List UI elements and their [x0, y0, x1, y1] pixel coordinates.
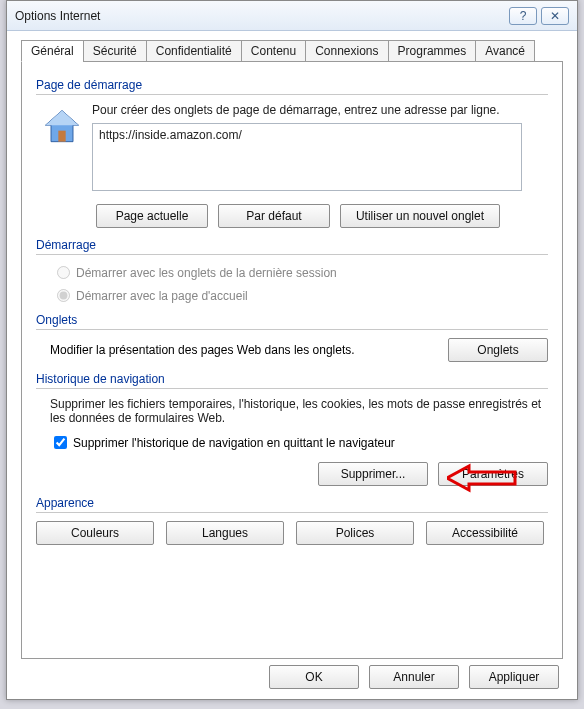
- tabs-settings-button[interactable]: Onglets: [448, 338, 548, 362]
- appearance-languages-button[interactable]: Langues: [166, 521, 284, 545]
- group-startup: Démarrage Démarrer avec les onglets de l…: [36, 238, 548, 303]
- group-history: Historique de navigation Supprimer les f…: [36, 372, 548, 486]
- homepage-url-input[interactable]: [92, 123, 522, 191]
- tabs-desc: Modifier la présentation des pages Web d…: [50, 343, 355, 357]
- history-settings-button[interactable]: Paramètres: [438, 462, 548, 486]
- help-button[interactable]: ?: [509, 7, 537, 25]
- group-startup-title: Démarrage: [36, 238, 548, 252]
- history-delete-button[interactable]: Supprimer...: [318, 462, 428, 486]
- svg-rect-1: [58, 131, 65, 142]
- appearance-fonts-button[interactable]: Polices: [296, 521, 414, 545]
- ok-button[interactable]: OK: [269, 665, 359, 689]
- homepage-desc: Pour créer des onglets de page de démarr…: [92, 103, 548, 117]
- tab-security[interactable]: Sécurité: [83, 40, 147, 62]
- tab-general[interactable]: Général: [21, 40, 84, 62]
- close-button[interactable]: ✕: [541, 7, 569, 25]
- appearance-colors-button[interactable]: Couleurs: [36, 521, 154, 545]
- history-desc: Supprimer les fichiers temporaires, l'hi…: [50, 397, 548, 425]
- window-title: Options Internet: [15, 9, 505, 23]
- startup-homepage-option[interactable]: Démarrer avec la page d'accueil: [52, 286, 548, 303]
- group-homepage-title: Page de démarrage: [36, 78, 548, 92]
- homepage-current-button[interactable]: Page actuelle: [96, 204, 208, 228]
- history-delete-on-exit-checkbox[interactable]: [54, 436, 67, 449]
- tab-content[interactable]: Contenu: [241, 40, 306, 62]
- dialog-window: Options Internet ? ✕ Général Sécurité Co…: [6, 0, 578, 700]
- group-appearance-title: Apparence: [36, 496, 548, 510]
- homepage-newtab-button[interactable]: Utiliser un nouvel onglet: [340, 204, 500, 228]
- startup-last-radio[interactable]: [57, 266, 70, 279]
- tab-panel-general: Page de démarrage Pour créer des onglets…: [21, 61, 563, 659]
- svg-marker-2: [46, 111, 79, 126]
- startup-home-radio[interactable]: [57, 289, 70, 302]
- cancel-button[interactable]: Annuler: [369, 665, 459, 689]
- apply-button[interactable]: Appliquer: [469, 665, 559, 689]
- tab-bar: Général Sécurité Confidentialité Contenu…: [21, 39, 577, 61]
- appearance-accessibility-button[interactable]: Accessibilité: [426, 521, 544, 545]
- titlebar: Options Internet ? ✕: [7, 1, 577, 31]
- tab-advanced[interactable]: Avancé: [475, 40, 535, 62]
- tab-connections[interactable]: Connexions: [305, 40, 388, 62]
- dialog-footer: OK Annuler Appliquer: [269, 665, 559, 689]
- group-history-title: Historique de navigation: [36, 372, 548, 386]
- history-delete-on-exit-label: Supprimer l'historique de navigation en …: [73, 436, 395, 450]
- group-tabs: Onglets Modifier la présentation des pag…: [36, 313, 548, 362]
- tab-privacy[interactable]: Confidentialité: [146, 40, 242, 62]
- homepage-default-button[interactable]: Par défaut: [218, 204, 330, 228]
- group-tabs-title: Onglets: [36, 313, 548, 327]
- tab-programs[interactable]: Programmes: [388, 40, 477, 62]
- group-homepage: Page de démarrage Pour créer des onglets…: [36, 78, 548, 228]
- group-appearance: Apparence Couleurs Langues Polices Acces…: [36, 496, 548, 545]
- startup-last-session-option[interactable]: Démarrer avec les onglets de la dernière…: [52, 263, 548, 280]
- home-icon: [40, 105, 84, 149]
